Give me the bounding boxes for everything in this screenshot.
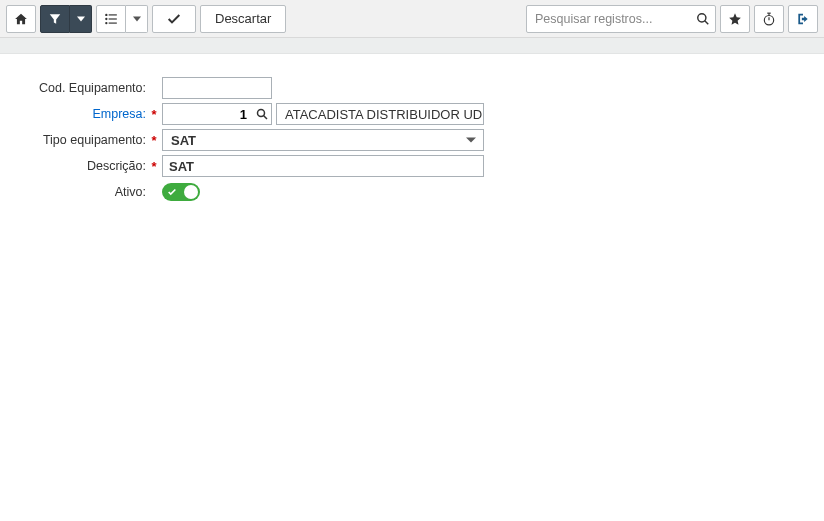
confirm-button[interactable] — [152, 5, 196, 33]
empresa-name-display: ATACADISTA DISTRIBUIDOR UD — [276, 103, 484, 125]
chevron-down-icon — [466, 138, 476, 143]
filter-split-button — [40, 5, 92, 33]
required-marker: * — [150, 159, 158, 174]
cod-equipamento-input[interactable] — [162, 77, 272, 99]
label-tipo-equipamento: Tipo equipamento: — [20, 133, 150, 147]
stopwatch-icon — [762, 12, 776, 26]
toolbar: Descartar — [0, 0, 824, 38]
tipo-equipamento-selected: SAT — [162, 129, 484, 151]
svg-rect-5 — [109, 22, 117, 23]
star-icon — [728, 12, 742, 26]
filter-button[interactable] — [40, 5, 70, 33]
check-icon — [167, 187, 177, 197]
form-panel: Cod. Equipamento: * Empresa: * ATACADIST… — [0, 54, 824, 204]
filter-dropdown-button[interactable] — [70, 5, 92, 33]
discard-button[interactable]: Descartar — [200, 5, 286, 33]
caret-down-icon — [77, 15, 85, 23]
filter-icon — [48, 12, 62, 26]
list-split-button — [96, 5, 148, 33]
search-box — [526, 5, 716, 33]
timer-button[interactable] — [754, 5, 784, 33]
svg-point-0 — [105, 13, 107, 15]
check-icon — [166, 11, 182, 27]
ativo-toggle[interactable] — [162, 183, 200, 201]
lookup-search-icon[interactable] — [256, 108, 268, 120]
svg-rect-1 — [109, 14, 117, 15]
exit-icon — [796, 12, 810, 26]
svg-point-4 — [105, 21, 107, 23]
svg-line-13 — [264, 116, 268, 120]
label-ativo: Ativo: — [20, 185, 150, 199]
list-icon — [104, 12, 118, 26]
list-button[interactable] — [96, 5, 126, 33]
svg-line-7 — [705, 20, 709, 24]
toggle-knob — [184, 185, 198, 199]
sub-toolbar — [0, 38, 824, 54]
caret-down-icon — [133, 15, 141, 23]
search-icon[interactable] — [696, 12, 710, 26]
required-marker: * — [150, 133, 158, 148]
label-empresa[interactable]: Empresa: — [20, 107, 150, 121]
empresa-lookup — [162, 103, 272, 125]
label-descricao: Descrição: — [20, 159, 150, 173]
label-cod-equipamento: Cod. Equipamento: — [20, 81, 150, 95]
home-icon — [14, 12, 28, 26]
favorite-button[interactable] — [720, 5, 750, 33]
home-button[interactable] — [6, 5, 36, 33]
svg-point-2 — [105, 17, 107, 19]
search-input[interactable] — [526, 5, 716, 33]
svg-rect-3 — [109, 18, 117, 19]
tipo-equipamento-select[interactable]: SAT — [162, 129, 484, 151]
descricao-input[interactable] — [162, 155, 484, 177]
exit-button[interactable] — [788, 5, 818, 33]
svg-point-12 — [258, 110, 265, 117]
svg-point-6 — [698, 13, 706, 21]
required-marker: * — [150, 107, 158, 122]
list-dropdown-button[interactable] — [126, 5, 148, 33]
